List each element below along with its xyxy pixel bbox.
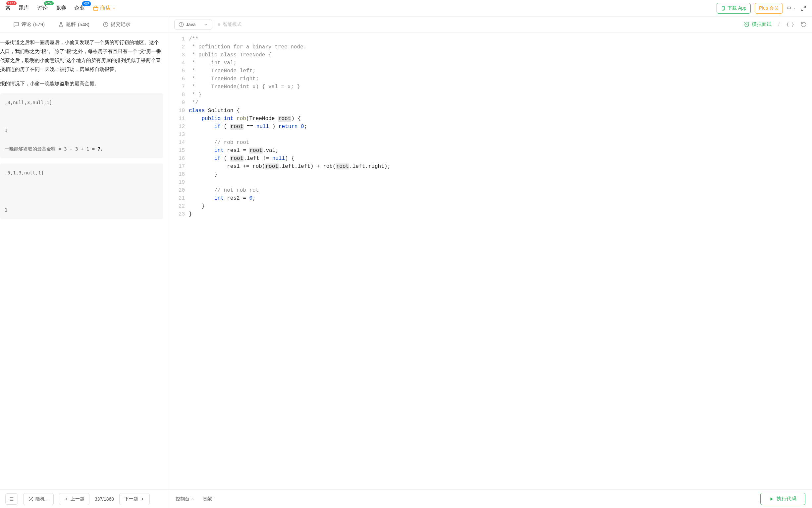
chevron-left-icon	[64, 497, 68, 501]
nav-discuss[interactable]: 讨论 NEW	[37, 5, 48, 12]
nav-store[interactable]: 商店	[93, 5, 116, 12]
clock-icon	[103, 22, 109, 28]
code-editor[interactable]: 1234567891011121314151617181920212223 /*…	[169, 33, 812, 490]
mock-interview-button[interactable]: 模拟面试	[744, 21, 772, 28]
nav-enterprise[interactable]: 企业 招聘	[74, 5, 85, 12]
svg-line-14	[749, 22, 749, 23]
editor-header: Java 智能模式 模拟面试 i { }	[169, 16, 812, 33]
nav-contest[interactable]: 竞赛	[56, 5, 66, 12]
language-dropdown[interactable]: Java	[174, 19, 212, 30]
line-gutter: 1234567891011121314151617181920212223	[169, 33, 189, 490]
locale-selector[interactable]: 中	[787, 5, 796, 11]
download-app-button[interactable]: 下载 App	[717, 3, 751, 13]
problem-panel: 评论 (579) 题解(548) 提交记录 一条街道之后和一圈房屋后，小偷又发现…	[0, 16, 169, 508]
list-button[interactable]	[5, 494, 18, 505]
nav-explore[interactable]: 索 11.11	[5, 5, 11, 12]
caret-down-icon	[793, 7, 796, 10]
badge-hiring: 招聘	[82, 1, 91, 6]
badge-new: NEW	[44, 1, 54, 5]
prev-problem-button[interactable]: 上一题	[59, 493, 89, 505]
problem-description: 一条街道之后和一圈房屋后，小偷又发现了一个新的可行窃的地区。这个入口，我们称之为…	[0, 33, 169, 490]
fullscreen-icon[interactable]	[800, 5, 807, 12]
contribute-link[interactable]: 贡献 i	[203, 496, 215, 502]
chevron-up-icon	[191, 497, 195, 501]
svg-line-8	[29, 497, 30, 498]
page-indicator: 337/1860	[95, 496, 114, 502]
nav-problems[interactable]: 题库	[18, 5, 29, 12]
problem-paragraph: 一条街道之后和一圈房屋后，小偷又发现了一个新的可行窃的地区。这个入口，我们称之为…	[0, 38, 163, 74]
info-button[interactable]: i	[778, 22, 779, 28]
problem-tabs: 评论 (579) 题解(548) 提交记录	[0, 16, 169, 33]
shuffle-button[interactable]: 随机...	[23, 493, 54, 505]
info-icon	[179, 22, 184, 27]
next-problem-button[interactable]: 下一题	[119, 493, 150, 505]
example-1: ,3,null,3,null,1] 1 一晚能够盗取的最高金额 = 3 + 3 …	[0, 93, 163, 158]
reset-icon	[801, 22, 807, 28]
phone-icon	[721, 6, 725, 11]
chevron-down-icon	[203, 22, 208, 27]
comment-icon	[13, 22, 19, 28]
badge-1111: 11.11	[6, 1, 16, 5]
console-toggle[interactable]: 控制台	[176, 496, 195, 502]
editor-footer: 控制台 贡献 i 执行代码	[169, 490, 812, 508]
example-2: ,5,1,3,null,1] 1	[0, 164, 163, 219]
top-nav: 索 11.11 题库 讨论 NEW 竞赛 企业 招聘 商店 下载 App Plu…	[0, 0, 812, 16]
flask-icon	[58, 22, 64, 28]
list-icon	[9, 496, 14, 502]
alarm-icon	[744, 22, 750, 28]
svg-line-13	[745, 22, 745, 23]
editor-panel: Java 智能模式 模拟面试 i { } 12345678	[169, 16, 812, 508]
play-icon	[769, 497, 774, 501]
shuffle-icon	[28, 496, 34, 502]
plus-member-button[interactable]: Plus 会员	[755, 3, 783, 13]
store-icon	[93, 5, 99, 11]
braces-button[interactable]: { }	[786, 22, 794, 27]
chevron-right-icon	[140, 497, 145, 501]
tab-comments[interactable]: 评论 (579)	[13, 21, 45, 28]
problem-paragraph: 报的情况下，小偷一晚能够盗取的最高金额。	[0, 79, 163, 88]
tab-solutions[interactable]: 题解(548)	[58, 21, 89, 28]
svg-marker-15	[771, 497, 773, 500]
problem-footer: 随机... 上一题 337/1860 下一题	[0, 490, 169, 508]
status-dot-icon	[218, 23, 220, 26]
reset-button[interactable]	[801, 22, 807, 28]
code-area[interactable]: /** * Definition for a binary tree node.…	[189, 33, 812, 490]
svg-point-11	[181, 23, 182, 24]
tab-submissions[interactable]: 提交记录	[103, 21, 131, 28]
smart-mode-toggle[interactable]: 智能模式	[218, 22, 241, 28]
chevron-down-icon	[112, 6, 116, 10]
run-code-button[interactable]: 执行代码	[760, 493, 805, 505]
